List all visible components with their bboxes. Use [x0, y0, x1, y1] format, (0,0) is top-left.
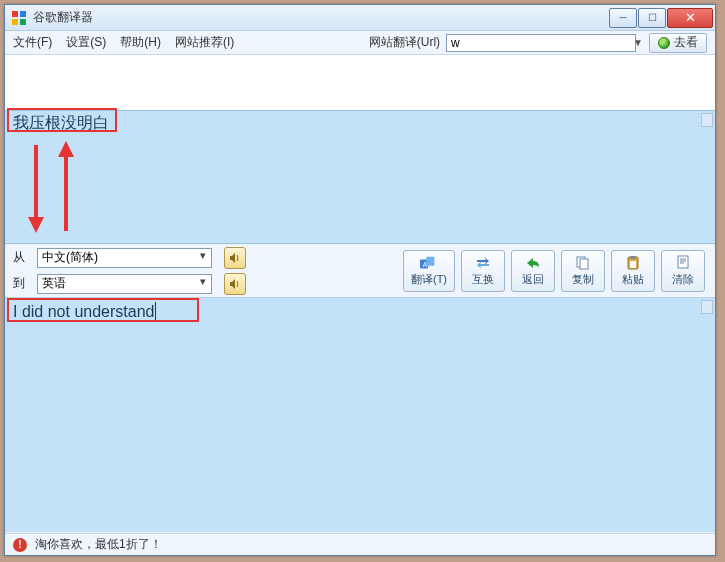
target-text[interactable]: I did not understand: [13, 302, 156, 321]
svg-rect-14: [630, 256, 636, 259]
source-text[interactable]: 我压根没明白: [13, 113, 109, 134]
to-language-select[interactable]: [37, 274, 212, 294]
menubar: 文件(F) 设置(S) 帮助(H) 网站推荐(I) 网站翻译(Url) ▼ 去看: [5, 31, 715, 55]
header-blank-area: [5, 55, 715, 110]
text-caret: [155, 302, 156, 320]
go-button-label: 去看: [674, 34, 698, 51]
svg-rect-2: [12, 19, 18, 25]
speaker-icon: [229, 278, 241, 290]
scroll-handle[interactable]: [701, 113, 713, 127]
close-button[interactable]: ✕: [667, 8, 713, 28]
paste-label: 粘贴: [622, 272, 644, 287]
paste-icon: [624, 255, 642, 271]
chevron-down-icon[interactable]: ▼: [633, 37, 643, 48]
menu-settings[interactable]: 设置(S): [66, 34, 106, 51]
go-button[interactable]: 去看: [649, 33, 707, 53]
target-text-pane[interactable]: I did not understand: [5, 298, 715, 532]
alert-icon: !: [13, 538, 27, 552]
svg-rect-15: [630, 261, 636, 268]
from-label: 从: [13, 249, 31, 266]
speak-source-button[interactable]: [224, 247, 246, 269]
translate-label: 翻译(T): [411, 272, 447, 287]
maximize-button[interactable]: ☐: [638, 8, 666, 28]
svg-rect-1: [20, 11, 26, 17]
app-window: 谷歌翻译器 ─ ☐ ✕ 文件(F) 设置(S) 帮助(H) 网站推荐(I) 网站…: [4, 4, 716, 556]
source-text-pane[interactable]: 我压根没明白: [5, 110, 715, 244]
action-buttons: A 翻译(T) 互换 返回 复制: [403, 244, 715, 297]
speaker-icon: [229, 252, 241, 264]
translate-icon: A: [420, 255, 438, 271]
svg-rect-3: [20, 19, 26, 25]
svg-marker-5: [28, 217, 44, 233]
statusbar: ! 淘你喜欢，最低1折了！: [5, 533, 715, 555]
copy-icon: [574, 255, 592, 271]
translate-button[interactable]: A 翻译(T): [403, 250, 455, 292]
target-text-value: I did not understand: [13, 303, 154, 320]
minimize-button[interactable]: ─: [609, 8, 637, 28]
to-label: 到: [13, 275, 31, 292]
svg-rect-16: [678, 256, 688, 268]
from-language-select[interactable]: [37, 248, 212, 268]
copy-button[interactable]: 复制: [561, 250, 605, 292]
app-title: 谷歌翻译器: [33, 9, 608, 26]
language-selectors: 从 到: [5, 244, 246, 297]
menu-help[interactable]: 帮助(H): [120, 34, 161, 51]
window-controls: ─ ☐ ✕: [608, 8, 713, 28]
back-button[interactable]: 返回: [511, 250, 555, 292]
paste-button[interactable]: 粘贴: [611, 250, 655, 292]
back-label: 返回: [522, 272, 544, 287]
titlebar: 谷歌翻译器 ─ ☐ ✕: [5, 5, 715, 31]
clear-button[interactable]: 清除: [661, 250, 705, 292]
svg-rect-0: [12, 11, 18, 17]
url-input[interactable]: [446, 34, 636, 52]
controls-row: 从 到 A: [5, 244, 715, 298]
svg-rect-9: [426, 256, 434, 265]
scroll-handle[interactable]: [701, 300, 713, 314]
clear-icon: [674, 255, 692, 271]
speak-target-button[interactable]: [224, 273, 246, 295]
svg-rect-12: [580, 259, 588, 269]
copy-label: 复制: [572, 272, 594, 287]
globe-icon: [658, 37, 670, 49]
menu-file[interactable]: 文件(F): [13, 34, 52, 51]
swap-label: 互换: [472, 272, 494, 287]
annotation-arrow-up: [55, 141, 77, 233]
status-text: 淘你喜欢，最低1折了！: [35, 536, 162, 553]
swap-button[interactable]: 互换: [461, 250, 505, 292]
clear-label: 清除: [672, 272, 694, 287]
menu-site-recommend[interactable]: 网站推荐(I): [175, 34, 234, 51]
svg-marker-7: [58, 141, 74, 157]
back-icon: [524, 255, 542, 271]
annotation-arrow-down: [25, 141, 47, 233]
app-icon: [11, 10, 27, 26]
url-translate-label: 网站翻译(Url): [369, 34, 440, 51]
swap-icon: [474, 255, 492, 271]
